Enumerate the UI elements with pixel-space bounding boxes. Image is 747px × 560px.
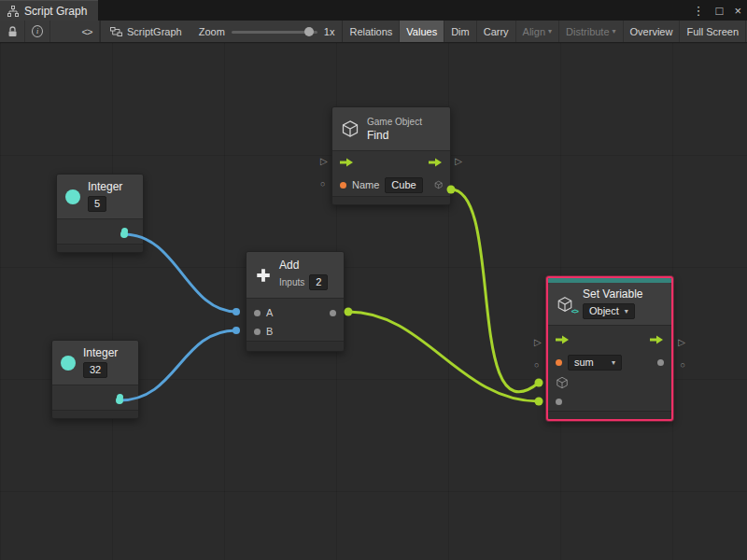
inputs-count-field[interactable]: 2	[309, 274, 328, 290]
zoom-control: Zoom 1x	[191, 21, 343, 42]
find-name-row: Name Cube	[332, 174, 450, 196]
wire-endpoint	[535, 398, 543, 406]
input-a-label: A	[266, 307, 273, 318]
add-node-header: Add Inputs 2	[247, 252, 344, 299]
add-input-row-b: B	[247, 322, 344, 341]
value-input-port[interactable]	[556, 399, 562, 405]
add-node[interactable]: Add Inputs 2 A B	[246, 251, 345, 352]
value-input-port-circle[interactable]: ○	[534, 360, 539, 370]
chevron-down-icon: ▾	[613, 27, 616, 35]
integer-node-body	[52, 385, 138, 410]
variable-name-port[interactable]	[556, 359, 562, 366]
find-node-header: Game Object Find	[332, 107, 450, 151]
sum-output-port[interactable]	[330, 310, 336, 316]
node-footer	[332, 196, 450, 204]
name-input-port[interactable]	[340, 182, 346, 189]
name-value-field[interactable]: Cube	[385, 177, 422, 193]
value-output-port-circle[interactable]: ○	[681, 360, 685, 370]
script-graph-tab[interactable]: Script Graph	[0, 0, 98, 21]
distribute-button[interactable]: Distribute ▾	[559, 21, 623, 42]
close-icon[interactable]: ×	[734, 5, 741, 17]
flow-input-port-triangle[interactable]: ▷	[320, 157, 328, 166]
node-title: Add	[279, 259, 328, 272]
wire-endpoint	[345, 308, 353, 316]
variable-name-dropdown[interactable]: sum ▾	[568, 355, 622, 371]
lock-button[interactable]	[0, 21, 25, 42]
tab-label: Script Graph	[24, 5, 87, 18]
flow-output-port-triangle[interactable]: ▷	[678, 338, 685, 347]
zoom-slider-handle[interactable]	[304, 27, 314, 36]
value-input-port-circle[interactable]: ○	[320, 179, 325, 189]
title-bar: Script Graph ⋮ □ ×	[0, 0, 747, 21]
find-flow-row	[332, 151, 450, 174]
zoom-label: Zoom	[199, 26, 225, 37]
setvar-value-row	[548, 392, 671, 411]
add-icon	[255, 267, 272, 284]
window-controls: ⋮ □ ×	[693, 0, 741, 21]
integer-output-port[interactable]	[117, 394, 123, 400]
setvar-object-row	[548, 373, 671, 392]
integer-node-5[interactable]: Integer 5	[56, 174, 144, 253]
relations-button[interactable]: Relations	[343, 21, 400, 42]
flow-output-arrow-icon[interactable]	[429, 158, 443, 167]
game-object-cube-icon	[341, 119, 359, 138]
carry-button[interactable]: Carry	[477, 21, 516, 42]
full-screen-button[interactable]: Full Screen	[680, 21, 746, 42]
graph-toolbar: i <> ScriptGraph Zoom 1x	[0, 21, 747, 43]
name-label: Name	[352, 179, 379, 190]
game-object-find-node[interactable]: Game Object Find Name Cube	[331, 106, 451, 205]
wire-endpoint	[233, 308, 240, 315]
input-b-label: B	[266, 326, 273, 337]
add-input-row-a: A	[247, 303, 344, 322]
game-object-output-port-icon[interactable]	[434, 178, 443, 191]
input-b-port[interactable]	[254, 329, 261, 335]
node-category: Game Object	[367, 117, 422, 127]
setvar-flow-row	[548, 329, 671, 351]
node-footer	[52, 410, 138, 418]
maximize-icon[interactable]: □	[716, 5, 724, 17]
kebab-menu-icon[interactable]: ⋮	[693, 5, 705, 17]
set-variable-node[interactable]: <> Set Variable Object ▾	[546, 276, 673, 421]
flow-input-arrow-icon[interactable]	[340, 158, 354, 167]
node-title: Find	[367, 130, 422, 142]
graph-name-label: ScriptGraph	[127, 26, 182, 37]
zoom-value: 1x	[324, 26, 335, 37]
align-button[interactable]: Align ▾	[516, 21, 559, 42]
inspect-button[interactable]: i	[25, 21, 50, 42]
node-title: Integer	[83, 347, 118, 359]
integer-output-port[interactable]	[121, 228, 128, 234]
integer-node-32[interactable]: Integer 32	[51, 340, 139, 419]
chevron-down-icon: ▾	[548, 27, 552, 35]
setvar-name-row: sum ▾	[548, 351, 671, 373]
values-button[interactable]: Values	[400, 21, 444, 42]
value-output-port[interactable]	[657, 359, 664, 366]
integer-node-header: Integer 5	[57, 175, 143, 219]
integer-icon	[61, 356, 76, 371]
input-a-port[interactable]	[254, 310, 261, 316]
integer-node-header: Integer 32	[52, 341, 138, 385]
set-variable-body: sum ▾	[548, 326, 671, 411]
variable-scope-dropdown[interactable]: Object ▾	[583, 303, 635, 319]
wire-add-to-setvar-value	[348, 312, 539, 401]
code-view-button[interactable]: <>	[75, 21, 100, 42]
flow-input-port-triangle[interactable]: ▷	[534, 338, 542, 347]
toolbar-spacer	[50, 21, 75, 42]
node-title: Set Variable	[583, 288, 642, 301]
flow-input-arrow-icon[interactable]	[556, 335, 570, 344]
dim-button[interactable]: Dim	[444, 21, 477, 42]
flow-output-arrow-icon[interactable]	[650, 335, 664, 344]
info-icon: i	[32, 25, 43, 37]
chevron-down-icon: ▾	[625, 305, 628, 317]
flow-output-port-triangle[interactable]: ▷	[455, 157, 462, 166]
unity-script-graph-window: Script Graph ⋮ □ × i <>	[0, 0, 747, 560]
chevron-down-icon: ▾	[612, 357, 615, 369]
zoom-slider[interactable]	[232, 27, 317, 36]
set-variable-icon: <>	[557, 296, 575, 313]
graph-canvas[interactable]: Integer 5 Integer 32	[0, 43, 747, 560]
node-footer	[57, 244, 143, 252]
integer-value-field[interactable]: 32	[83, 362, 107, 378]
object-target-port-icon[interactable]	[556, 376, 569, 389]
script-graph-icon	[110, 26, 122, 37]
integer-value-field[interactable]: 5	[88, 196, 106, 212]
overview-button[interactable]: Overview	[624, 21, 681, 42]
